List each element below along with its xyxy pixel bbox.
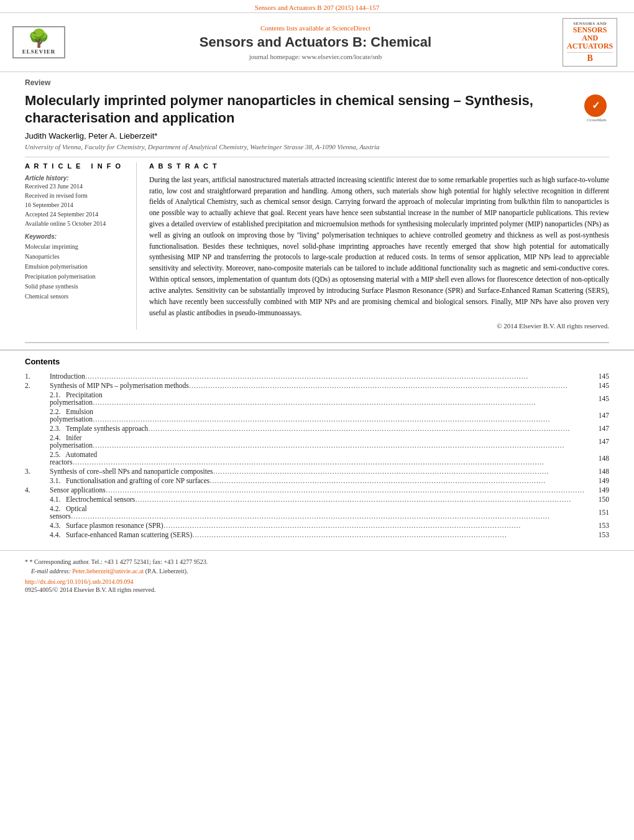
contents-title: Contents bbox=[25, 357, 609, 366]
journal-main-title: Sensors and Actuators B: Chemical bbox=[81, 34, 550, 50]
keyword-6: Chemical sensors bbox=[25, 292, 127, 302]
toc-page-2-2: 147 bbox=[587, 407, 609, 423]
toc-page-4-1: 150 bbox=[587, 494, 609, 504]
corresponding-text: * Corresponding author. Tel.: +43 1 4277… bbox=[30, 558, 208, 565]
authors: Judith Wackerlig, Peter A. Lieberzeit* bbox=[25, 131, 609, 141]
toc-title-2-4: 2.4. Inifer polymerisation……………………………………… bbox=[50, 433, 587, 450]
article-received-1: Received 23 June 2014 bbox=[25, 182, 127, 191]
toc-title-2-2: 2.2. Emulsion polymerisation………………………………… bbox=[50, 407, 587, 423]
toc-num-2-2 bbox=[25, 407, 50, 423]
toc-num-3: 3. bbox=[25, 466, 50, 476]
toc-title-1: Introduction…………………………………………………………………………… bbox=[50, 371, 587, 381]
toc-title-3-1: 3.1. Functionalisation and grafting of c… bbox=[50, 476, 587, 485]
journal-title-area: Contents lists available at ScienceDirec… bbox=[68, 24, 563, 60]
right-col: A B S T R A C T During the last years, a… bbox=[149, 162, 609, 330]
toc-num-4-2 bbox=[25, 504, 50, 520]
keyword-1: Molecular imprinting bbox=[25, 242, 127, 252]
sciencedirect-link[interactable]: Contents lists available at ScienceDirec… bbox=[81, 24, 550, 32]
toc-item-4: 4. Sensor applications………………………………………………… bbox=[25, 485, 609, 494]
sciencedirect-text: Contents lists available at ScienceDirec… bbox=[260, 24, 370, 32]
keyword-4: Precipitation polymerisation bbox=[25, 272, 127, 282]
email-line: E-mail address: Peter.lieberzeit@univie.… bbox=[25, 566, 609, 576]
toc-title-4-4: 4.4. Surface-enhanced Raman scattering (… bbox=[50, 530, 587, 539]
toc-page-1: 145 bbox=[587, 371, 609, 381]
sensors-logo-b: B bbox=[567, 52, 613, 63]
issn-line: 0925-4005/© 2014 Elsevier B.V. All right… bbox=[25, 586, 609, 593]
toc-num-2-1 bbox=[25, 390, 50, 407]
toc-table: 1. Introduction…………………………………………………………………… bbox=[25, 371, 609, 539]
article-history-group: Article history: Received 23 June 2014 R… bbox=[25, 175, 127, 228]
doi-line: http://dx.doi.org/10.1016/j.snb.2014.09.… bbox=[25, 578, 609, 585]
toc-title-4-2: 4.2. Optical sensors……………………………………………………… bbox=[50, 504, 587, 520]
toc-num-2-4 bbox=[25, 433, 50, 450]
toc-item-4-1: 4.1. Electrochemical sensors………………………………… bbox=[25, 494, 609, 504]
toc-num-4: 4. bbox=[25, 485, 50, 494]
section-divider bbox=[25, 342, 609, 343]
authors-text: Judith Wackerlig, Peter A. Lieberzeit* bbox=[25, 131, 157, 141]
toc-num-3-1 bbox=[25, 476, 50, 485]
crossmark-label: CrossMark bbox=[584, 118, 609, 122]
toc-item-2-5: 2.5. Automated reactors……………………………………………… bbox=[25, 450, 609, 466]
doi-link[interactable]: http://dx.doi.org/10.1016/j.snb.2014.09.… bbox=[25, 578, 134, 585]
keyword-3: Emulsion polymerisation bbox=[25, 262, 127, 272]
toc-page-2-1: 145 bbox=[587, 390, 609, 407]
toc-item-2-2: 2.2. Emulsion polymerisation………………………………… bbox=[25, 407, 609, 423]
abstract-paragraph: During the last years, artificial nanost… bbox=[149, 175, 609, 319]
toc-item-2-4: 2.4. Inifer polymerisation……………………………………… bbox=[25, 433, 609, 450]
toc-page-2-3: 147 bbox=[587, 423, 609, 433]
article-available: Available online 5 October 2014 bbox=[25, 219, 127, 228]
journal-ref-bar: Sensors and Actuators B 207 (2015) 144–1… bbox=[0, 0, 634, 12]
keyword-2: Nanoparticles bbox=[25, 252, 127, 262]
article-received-revised-label: Received in revised form bbox=[25, 191, 127, 200]
email-link[interactable]: Peter.lieberzeit@univie.ac.at bbox=[72, 568, 144, 575]
toc-page-2: 145 bbox=[587, 381, 609, 390]
article-title: Molecularly imprinted polymer nanopartic… bbox=[25, 92, 578, 127]
toc-page-4-4: 153 bbox=[587, 530, 609, 539]
article-history-label: Article history: bbox=[25, 175, 127, 182]
page: Sensors and Actuators B 207 (2015) 144–1… bbox=[0, 0, 634, 840]
toc-num-1: 1. bbox=[25, 371, 50, 381]
crossmark-circle: ✓ bbox=[584, 95, 607, 117]
toc-item-2: 2. Synthesis of MIP NPs – polymerisation… bbox=[25, 381, 609, 390]
toc-item-2-1: 2.1. Precipitation polymerisation…………………… bbox=[25, 390, 609, 407]
toc-num-4-1 bbox=[25, 494, 50, 504]
crossmark-logo: ✓ CrossMark bbox=[584, 95, 609, 122]
toc-title-4-3: 4.3. Surface plasmon resonance (SPR)…………… bbox=[50, 520, 587, 530]
abstract-text: During the last years, artificial nanost… bbox=[149, 175, 609, 319]
sensors-actuators-logo: SENSORS AND SENSORSANDACTUATORS B bbox=[563, 18, 615, 67]
elsevier-logo: 🌳 ELSEVIER bbox=[12, 26, 68, 58]
header-section: 🌳 ELSEVIER Contents lists available at S… bbox=[0, 12, 634, 72]
affiliation: University of Vienna, Faculty for Chemis… bbox=[25, 143, 609, 150]
homepage-text: journal homepage: www.elsevier.com/locat… bbox=[249, 53, 382, 60]
elsevier-tree-icon: 🌳 bbox=[16, 30, 62, 47]
toc-page-3-1: 149 bbox=[587, 476, 609, 485]
toc-title-2-5: 2.5. Automated reactors……………………………………………… bbox=[50, 450, 587, 466]
toc-num-2: 2. bbox=[25, 381, 50, 390]
toc-page-2-5: 148 bbox=[587, 450, 609, 466]
toc-page-4-2: 151 bbox=[587, 504, 609, 520]
two-col-section: A R T I C L E I N F O Article history: R… bbox=[25, 162, 609, 330]
article-title-row: Molecularly imprinted polymer nanopartic… bbox=[25, 92, 609, 127]
keywords-label: Keywords: bbox=[25, 233, 127, 240]
copyright-line: © 2014 Elsevier B.V. All rights reserved… bbox=[149, 322, 609, 330]
abstract-heading: A B S T R A C T bbox=[149, 162, 609, 170]
toc-title-2: Synthesis of MIP NPs – polymerisation me… bbox=[50, 381, 587, 390]
toc-num-4-4 bbox=[25, 530, 50, 539]
toc-item-3: 3. Synthesis of core–shell NPs and nanop… bbox=[25, 466, 609, 476]
divider bbox=[25, 157, 609, 157]
journal-ref-text: Sensors and Actuators B 207 (2015) 144–1… bbox=[255, 4, 379, 11]
toc-page-4-3: 153 bbox=[587, 520, 609, 530]
article-accepted: Accepted 24 September 2014 bbox=[25, 210, 127, 219]
toc-page-3: 148 bbox=[587, 466, 609, 476]
toc-item-4-2: 4.2. Optical sensors……………………………………………………… bbox=[25, 504, 609, 520]
corresponding-note: * * Corresponding author. Tel.: +43 1 42… bbox=[25, 557, 609, 566]
article-received-revised-date: 16 September 2014 bbox=[25, 200, 127, 210]
elsevier-label: ELSEVIER bbox=[16, 48, 62, 55]
article-type: Review bbox=[25, 78, 609, 87]
toc-title-3: Synthesis of core–shell NPs and nanopart… bbox=[50, 466, 587, 476]
keyword-5: Solid phase synthesis bbox=[25, 282, 127, 292]
toc-num-2-3 bbox=[25, 423, 50, 433]
star-icon: * bbox=[25, 558, 28, 565]
toc-title-2-3: 2.3. Template synthesis approach……………………… bbox=[50, 423, 587, 433]
toc-item-3-1: 3.1. Functionalisation and grafting of c… bbox=[25, 476, 609, 485]
